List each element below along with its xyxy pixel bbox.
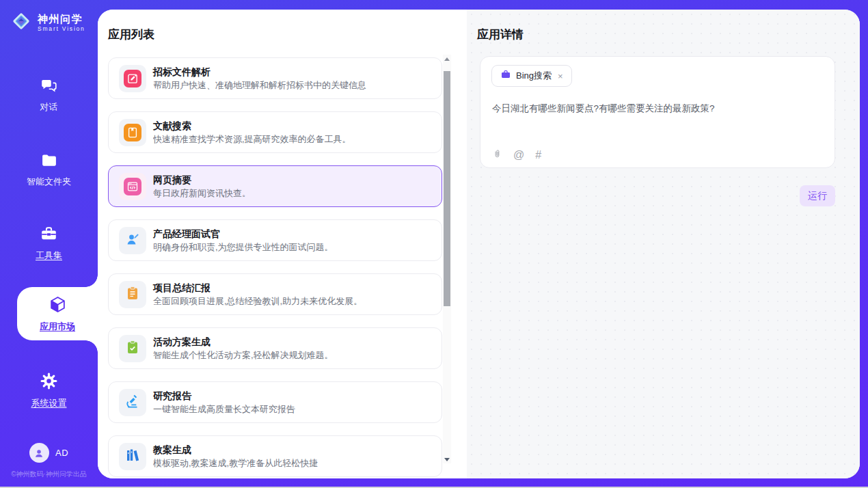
app-card-event-plan[interactable]: 活动方案生成 智能生成个性化活动方案,轻松解决规划难题。 (108, 327, 442, 369)
app-name: 项目总结汇报 (153, 281, 432, 295)
sidebar-item-app-market[interactable]: 应用市场 (17, 287, 98, 340)
tool-tag-bing-search[interactable]: Bing搜索 × (491, 65, 572, 87)
app-name: 教案生成 (153, 443, 432, 457)
app-desc: 每日政府新闻资讯快查。 (153, 187, 432, 200)
mention-icon[interactable]: @ (513, 150, 524, 161)
brand-name: 神州问学 (38, 13, 85, 25)
scroll-down-icon[interactable] (443, 455, 451, 463)
app-list-title: 应用列表 (108, 27, 154, 42)
cube-icon (49, 295, 67, 316)
books-icon (119, 443, 146, 470)
close-icon[interactable]: × (556, 71, 565, 81)
gear-icon (40, 372, 58, 393)
sidebar-item-label: 应用市场 (40, 321, 75, 333)
prompt-card: Bing搜索 × 今日湖北有哪些新闻要点?有哪些需要关注的最新政策? @ # (480, 56, 835, 168)
clipboard-icon (119, 281, 146, 308)
app-detail-title: 应用详情 (477, 27, 524, 42)
app-card-project-report[interactable]: 项目总结汇报 全面回顾项目进展,总结经验教训,助力未来优化发展。 (108, 273, 442, 315)
main-window: 应用列表 招标文件解析 帮助用户快速、准确地理解和解析招标书中的关键信息 (98, 10, 860, 478)
app-card-literature-search[interactable]: 文献搜索 快速精准查找学术资源,提高研究效率的必备工具。 (108, 111, 442, 153)
sidebar-item-label: 智能文件夹 (27, 176, 71, 188)
toolbox-icon (40, 225, 58, 245)
app-desc: 智能生成个性化活动方案,轻松解决规划难题。 (153, 349, 432, 362)
app-name: 文献搜索 (153, 119, 432, 133)
sidebar-item-smart-folder[interactable]: 智能文件夹 (0, 152, 98, 188)
query-input[interactable]: 今日湖北有哪些新闻要点?有哪些需要关注的最新政策? (492, 102, 821, 116)
app-card-web-summary[interactable]: 网页摘要 每日政府新闻资讯快查。 (108, 165, 442, 207)
app-desc: 帮助用户快速、准确地理解和解析招标书中的关键信息 (153, 79, 432, 92)
app-name: 招标文件解析 (153, 65, 432, 79)
app-desc: 快速精准查找学术资源,提高研究效率的必备工具。 (153, 133, 432, 146)
app-name: 网页摘要 (153, 173, 432, 187)
sidebar-item-label: 系统设置 (31, 397, 67, 409)
brand: 神州问学 Smart Vision (10, 10, 85, 36)
brand-subtitle: Smart Vision (38, 25, 85, 32)
app-card-lesson-plan[interactable]: 教案生成 模板驱动,教案速成,教学准备从此轻松快捷 (108, 435, 442, 477)
pen-square-icon (119, 65, 146, 92)
app-card-list: 招标文件解析 帮助用户快速、准确地理解和解析招标书中的关键信息 文献搜索 快速精… (108, 57, 442, 477)
scrollbar-thumb[interactable] (444, 71, 450, 306)
user-menu[interactable]: AD (0, 443, 98, 463)
app-card-research-report[interactable]: 研究报告 一键智能生成高质量长文本研究报告 (108, 381, 442, 423)
book-icon (119, 119, 146, 146)
sidebar-item-chat[interactable]: 对话 (0, 77, 98, 113)
sidebar-item-toolset[interactable]: 工具集 (0, 225, 98, 262)
app-name: 产品经理面试官 (153, 227, 432, 241)
clipboard-check-icon (119, 335, 146, 362)
sidebar-item-label: 工具集 (36, 249, 62, 262)
chat-icon (40, 77, 58, 97)
copyright-footer: ©神州数码·神州问学出品 (0, 470, 98, 479)
run-button[interactable]: 运行 (800, 185, 835, 206)
app-name: 研究报告 (153, 389, 432, 403)
app-card-bid-parse[interactable]: 招标文件解析 帮助用户快速、准确地理解和解析招标书中的关键信息 (108, 57, 442, 99)
app-detail-panel: 应用详情 Bing搜索 × 今日湖北有哪些新闻要点?有哪些需要关注的最新政策? (467, 10, 860, 478)
app-name: 活动方案生成 (153, 335, 432, 349)
microscope-icon (119, 389, 146, 416)
folder-icon (40, 152, 58, 172)
app-desc: 一键智能生成高质量长文本研究报告 (153, 403, 432, 416)
scroll-up-icon[interactable] (443, 55, 451, 63)
sidebar-item-settings[interactable]: 系统设置 (0, 372, 98, 409)
tool-tag-label: Bing搜索 (516, 70, 552, 82)
hash-icon[interactable]: # (535, 150, 541, 161)
avatar (29, 443, 49, 463)
browser-code-icon (119, 173, 146, 200)
interviewer-icon (119, 227, 146, 254)
sidebar-item-label: 对话 (40, 101, 58, 113)
sidebar: 神州问学 Smart Vision 对话 智能文件夹 (0, 0, 98, 487)
app-desc: 明确身份和职责,为您提供专业性的面试问题。 (153, 241, 432, 254)
scrollbar[interactable] (443, 55, 451, 463)
paperclip-icon[interactable] (492, 148, 502, 162)
app-list-panel: 应用列表 招标文件解析 帮助用户快速、准确地理解和解析招标书中的关键信息 (98, 10, 467, 478)
attachment-toolbar: @ # (492, 148, 541, 162)
app-desc: 模板驱动,教案速成,教学准备从此轻松快捷 (153, 457, 432, 470)
briefcase-icon (500, 69, 511, 83)
brand-logo-icon (10, 10, 33, 36)
app-desc: 全面回顾项目进展,总结经验教训,助力未来优化发展。 (153, 295, 432, 308)
app-card-pm-interviewer[interactable]: 产品经理面试官 明确身份和职责,为您提供专业性的面试问题。 (108, 219, 442, 261)
user-initials: AD (55, 448, 68, 458)
